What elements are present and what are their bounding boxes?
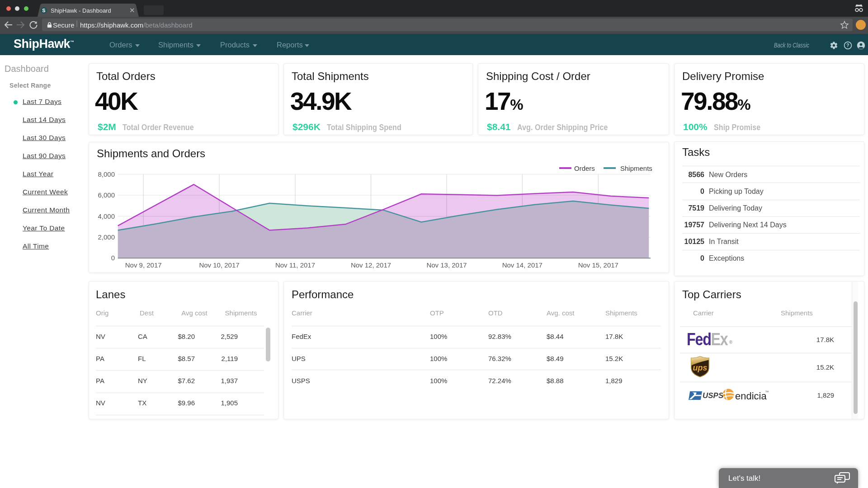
svg-text:6,000: 6,000 xyxy=(98,191,115,199)
svg-text:0: 0 xyxy=(111,254,115,262)
svg-text:ups: ups xyxy=(693,363,707,372)
svg-text:Nov 12, 2017: Nov 12, 2017 xyxy=(351,261,391,269)
svg-text:2,000: 2,000 xyxy=(98,233,115,241)
svg-text:8,000: 8,000 xyxy=(98,170,115,178)
svg-text:Nov 14, 2017: Nov 14, 2017 xyxy=(502,261,542,269)
svg-text:Nov 15, 2017: Nov 15, 2017 xyxy=(578,261,618,269)
svg-text:Nov 9, 2017: Nov 9, 2017 xyxy=(125,261,162,269)
svg-text:?: ? xyxy=(846,43,849,48)
svg-text:4,000: 4,000 xyxy=(98,212,115,220)
svg-text:Nov 13, 2017: Nov 13, 2017 xyxy=(426,261,467,269)
svg-text:Nov 10, 2017: Nov 10, 2017 xyxy=(199,261,239,269)
svg-text:Nov 11, 2017: Nov 11, 2017 xyxy=(275,261,315,269)
